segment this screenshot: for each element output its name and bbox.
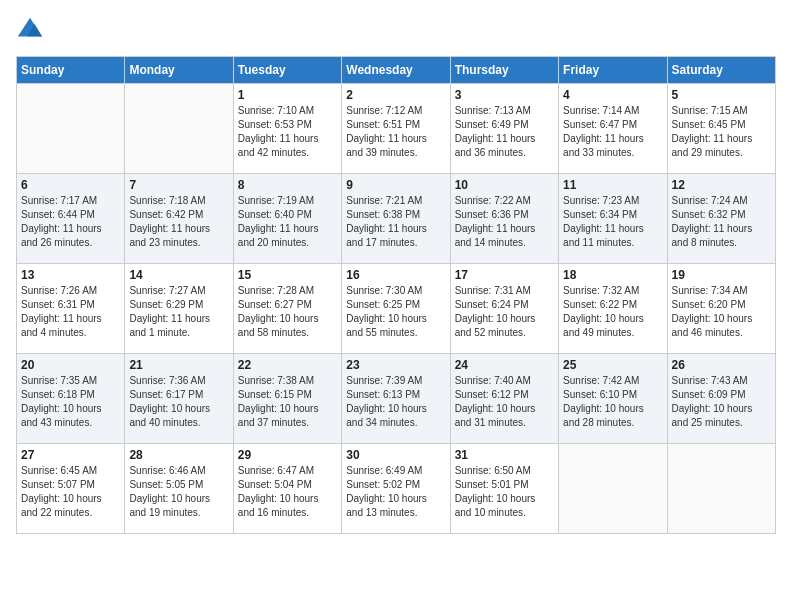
day-info: Sunrise: 7:30 AM Sunset: 6:25 PM Dayligh… (346, 284, 445, 340)
calendar-cell: 28Sunrise: 6:46 AM Sunset: 5:05 PM Dayli… (125, 444, 233, 534)
calendar-cell (125, 84, 233, 174)
day-info: Sunrise: 7:26 AM Sunset: 6:31 PM Dayligh… (21, 284, 120, 340)
day-info: Sunrise: 7:14 AM Sunset: 6:47 PM Dayligh… (563, 104, 662, 160)
day-info: Sunrise: 7:31 AM Sunset: 6:24 PM Dayligh… (455, 284, 554, 340)
calendar-cell: 21Sunrise: 7:36 AM Sunset: 6:17 PM Dayli… (125, 354, 233, 444)
day-number: 11 (563, 178, 662, 192)
day-number: 23 (346, 358, 445, 372)
calendar-cell: 1Sunrise: 7:10 AM Sunset: 6:53 PM Daylig… (233, 84, 341, 174)
day-number: 7 (129, 178, 228, 192)
calendar-cell: 17Sunrise: 7:31 AM Sunset: 6:24 PM Dayli… (450, 264, 558, 354)
day-number: 31 (455, 448, 554, 462)
day-number: 9 (346, 178, 445, 192)
day-info: Sunrise: 7:15 AM Sunset: 6:45 PM Dayligh… (672, 104, 771, 160)
day-info: Sunrise: 7:32 AM Sunset: 6:22 PM Dayligh… (563, 284, 662, 340)
logo-icon (16, 16, 44, 44)
weekday-header-tuesday: Tuesday (233, 57, 341, 84)
calendar-cell: 30Sunrise: 6:49 AM Sunset: 5:02 PM Dayli… (342, 444, 450, 534)
day-info: Sunrise: 6:46 AM Sunset: 5:05 PM Dayligh… (129, 464, 228, 520)
day-number: 12 (672, 178, 771, 192)
day-info: Sunrise: 7:24 AM Sunset: 6:32 PM Dayligh… (672, 194, 771, 250)
page-header (16, 16, 776, 44)
day-info: Sunrise: 7:39 AM Sunset: 6:13 PM Dayligh… (346, 374, 445, 430)
calendar-week-row: 1Sunrise: 7:10 AM Sunset: 6:53 PM Daylig… (17, 84, 776, 174)
calendar-cell: 9Sunrise: 7:21 AM Sunset: 6:38 PM Daylig… (342, 174, 450, 264)
calendar-cell: 13Sunrise: 7:26 AM Sunset: 6:31 PM Dayli… (17, 264, 125, 354)
day-info: Sunrise: 6:49 AM Sunset: 5:02 PM Dayligh… (346, 464, 445, 520)
day-info: Sunrise: 7:28 AM Sunset: 6:27 PM Dayligh… (238, 284, 337, 340)
calendar-cell: 22Sunrise: 7:38 AM Sunset: 6:15 PM Dayli… (233, 354, 341, 444)
day-info: Sunrise: 7:27 AM Sunset: 6:29 PM Dayligh… (129, 284, 228, 340)
calendar-cell: 24Sunrise: 7:40 AM Sunset: 6:12 PM Dayli… (450, 354, 558, 444)
day-number: 5 (672, 88, 771, 102)
day-number: 21 (129, 358, 228, 372)
calendar-week-row: 13Sunrise: 7:26 AM Sunset: 6:31 PM Dayli… (17, 264, 776, 354)
day-info: Sunrise: 7:35 AM Sunset: 6:18 PM Dayligh… (21, 374, 120, 430)
calendar-cell: 11Sunrise: 7:23 AM Sunset: 6:34 PM Dayli… (559, 174, 667, 264)
calendar-cell (559, 444, 667, 534)
weekday-header-monday: Monday (125, 57, 233, 84)
day-info: Sunrise: 7:38 AM Sunset: 6:15 PM Dayligh… (238, 374, 337, 430)
day-number: 29 (238, 448, 337, 462)
day-info: Sunrise: 7:42 AM Sunset: 6:10 PM Dayligh… (563, 374, 662, 430)
calendar-cell: 8Sunrise: 7:19 AM Sunset: 6:40 PM Daylig… (233, 174, 341, 264)
day-number: 16 (346, 268, 445, 282)
calendar-cell: 14Sunrise: 7:27 AM Sunset: 6:29 PM Dayli… (125, 264, 233, 354)
day-number: 18 (563, 268, 662, 282)
day-number: 17 (455, 268, 554, 282)
day-info: Sunrise: 7:13 AM Sunset: 6:49 PM Dayligh… (455, 104, 554, 160)
day-number: 8 (238, 178, 337, 192)
calendar-week-row: 20Sunrise: 7:35 AM Sunset: 6:18 PM Dayli… (17, 354, 776, 444)
calendar-cell: 16Sunrise: 7:30 AM Sunset: 6:25 PM Dayli… (342, 264, 450, 354)
day-number: 25 (563, 358, 662, 372)
day-info: Sunrise: 7:23 AM Sunset: 6:34 PM Dayligh… (563, 194, 662, 250)
weekday-header-row: SundayMondayTuesdayWednesdayThursdayFrid… (17, 57, 776, 84)
weekday-header-sunday: Sunday (17, 57, 125, 84)
calendar-week-row: 6Sunrise: 7:17 AM Sunset: 6:44 PM Daylig… (17, 174, 776, 264)
day-number: 1 (238, 88, 337, 102)
weekday-header-friday: Friday (559, 57, 667, 84)
day-info: Sunrise: 7:19 AM Sunset: 6:40 PM Dayligh… (238, 194, 337, 250)
calendar-cell: 29Sunrise: 6:47 AM Sunset: 5:04 PM Dayli… (233, 444, 341, 534)
calendar-cell: 25Sunrise: 7:42 AM Sunset: 6:10 PM Dayli… (559, 354, 667, 444)
day-info: Sunrise: 6:47 AM Sunset: 5:04 PM Dayligh… (238, 464, 337, 520)
calendar-cell: 6Sunrise: 7:17 AM Sunset: 6:44 PM Daylig… (17, 174, 125, 264)
calendar-cell: 15Sunrise: 7:28 AM Sunset: 6:27 PM Dayli… (233, 264, 341, 354)
calendar-week-row: 27Sunrise: 6:45 AM Sunset: 5:07 PM Dayli… (17, 444, 776, 534)
day-number: 2 (346, 88, 445, 102)
weekday-header-wednesday: Wednesday (342, 57, 450, 84)
day-number: 28 (129, 448, 228, 462)
day-number: 24 (455, 358, 554, 372)
day-info: Sunrise: 7:36 AM Sunset: 6:17 PM Dayligh… (129, 374, 228, 430)
day-number: 20 (21, 358, 120, 372)
calendar-cell: 12Sunrise: 7:24 AM Sunset: 6:32 PM Dayli… (667, 174, 775, 264)
calendar-cell: 5Sunrise: 7:15 AM Sunset: 6:45 PM Daylig… (667, 84, 775, 174)
day-info: Sunrise: 7:17 AM Sunset: 6:44 PM Dayligh… (21, 194, 120, 250)
day-info: Sunrise: 7:12 AM Sunset: 6:51 PM Dayligh… (346, 104, 445, 160)
calendar-cell: 31Sunrise: 6:50 AM Sunset: 5:01 PM Dayli… (450, 444, 558, 534)
calendar-cell: 20Sunrise: 7:35 AM Sunset: 6:18 PM Dayli… (17, 354, 125, 444)
day-number: 14 (129, 268, 228, 282)
day-info: Sunrise: 6:50 AM Sunset: 5:01 PM Dayligh… (455, 464, 554, 520)
calendar-table: SundayMondayTuesdayWednesdayThursdayFrid… (16, 56, 776, 534)
day-info: Sunrise: 7:40 AM Sunset: 6:12 PM Dayligh… (455, 374, 554, 430)
day-number: 26 (672, 358, 771, 372)
weekday-header-thursday: Thursday (450, 57, 558, 84)
calendar-cell: 4Sunrise: 7:14 AM Sunset: 6:47 PM Daylig… (559, 84, 667, 174)
day-info: Sunrise: 7:22 AM Sunset: 6:36 PM Dayligh… (455, 194, 554, 250)
day-number: 10 (455, 178, 554, 192)
day-number: 22 (238, 358, 337, 372)
day-number: 13 (21, 268, 120, 282)
calendar-cell (667, 444, 775, 534)
day-number: 30 (346, 448, 445, 462)
day-number: 27 (21, 448, 120, 462)
day-info: Sunrise: 7:34 AM Sunset: 6:20 PM Dayligh… (672, 284, 771, 340)
calendar-cell: 3Sunrise: 7:13 AM Sunset: 6:49 PM Daylig… (450, 84, 558, 174)
calendar-cell: 7Sunrise: 7:18 AM Sunset: 6:42 PM Daylig… (125, 174, 233, 264)
day-info: Sunrise: 7:21 AM Sunset: 6:38 PM Dayligh… (346, 194, 445, 250)
calendar-cell: 2Sunrise: 7:12 AM Sunset: 6:51 PM Daylig… (342, 84, 450, 174)
day-number: 6 (21, 178, 120, 192)
day-number: 19 (672, 268, 771, 282)
day-number: 4 (563, 88, 662, 102)
day-info: Sunrise: 7:10 AM Sunset: 6:53 PM Dayligh… (238, 104, 337, 160)
